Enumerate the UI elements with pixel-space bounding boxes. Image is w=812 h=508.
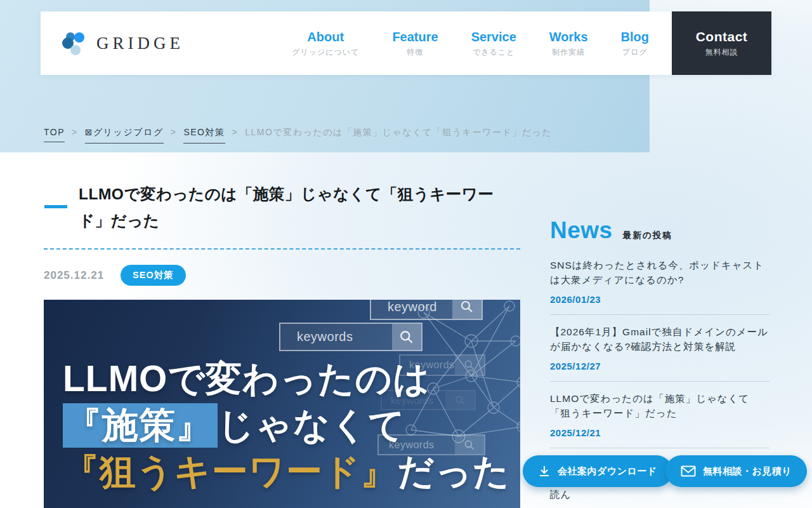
article-main: LLMOで変わったのは「施策」じゃなくて「狙うキーワード」だった 2025.12… (44, 181, 520, 508)
nav-contact-button[interactable]: Contact 無料相談 (672, 11, 771, 75)
nav-item-blog[interactable]: Blog ブログ (621, 29, 649, 58)
news-subheading: 最新の投稿 (623, 230, 672, 241)
breadcrumb-current-page: LLMOで変わったのは「施策」じゃなくて「狙うキーワード」だった (245, 127, 552, 143)
contact-label: Contact (696, 29, 748, 44)
divider (550, 448, 769, 448)
nav-label: Feature (392, 29, 438, 44)
nav-sub: 特徴 (407, 47, 424, 58)
free-consultation-button[interactable]: 無料相談・お見積り (665, 455, 807, 487)
breadcrumb-separator: > (171, 127, 177, 142)
nav-item-about[interactable]: About グリッジについて (292, 29, 359, 58)
hero-line-1: LLMOで変わったのは (63, 356, 510, 402)
breadcrumb-separator: > (72, 127, 78, 142)
breadcrumb-top[interactable]: TOP (44, 127, 65, 142)
breadcrumb-separator: > (232, 127, 239, 142)
title-accent-bar (44, 205, 67, 208)
divider (550, 381, 769, 382)
hero-line-2: 『施策』じゃなくて (63, 402, 510, 448)
hero-search-box: keyword (370, 300, 483, 320)
nav-sub: できること (473, 47, 514, 58)
hero-search-text: keyword (371, 300, 452, 319)
hero-line-2-rest: じゃなくて (218, 404, 406, 445)
nav-sub: ブログ (622, 47, 648, 58)
logo-dots-icon (61, 30, 88, 56)
nav-label: Works (549, 29, 588, 44)
news-list-item[interactable]: LLMOで変わったのは「施策」じゃなくて「狙うキーワード」だった 2025/12… (550, 391, 769, 438)
company-profile-download-button[interactable]: 会社案内ダウンロード (523, 455, 672, 487)
news-list-item[interactable]: 【2026年1月】Gmailで独自ドメインのメールが届かなくなる?確認方法と対策… (550, 324, 769, 371)
hero-headline: LLMOで変わったのは 『施策』じゃなくて 『狙うキーワード』だった (63, 356, 510, 495)
nav-label: About (307, 29, 344, 44)
search-icon (392, 324, 421, 350)
breadcrumb-seo[interactable]: SEO対策 (183, 127, 225, 144)
hero-search-box: keywords (279, 323, 422, 351)
nav-item-feature[interactable]: Feature 特徴 (392, 29, 438, 58)
nav-sub: 制作実績 (552, 47, 585, 58)
news-item-title: 【2026年1月】Gmailで独自ドメインのメールが届かなくなる?確認方法と対策… (550, 324, 769, 354)
dashed-divider (44, 248, 520, 250)
search-icon (452, 300, 481, 319)
article-hero-image: keyword keywords keywords keywords keywo… (44, 300, 520, 508)
hero-gold-word: 『狙うキーワード』 (63, 451, 397, 491)
site-header: GRIDGE About グリッジについて Feature 特徴 Service… (41, 11, 771, 75)
divider (550, 314, 769, 315)
hero-highlight-word: 『施策』 (63, 403, 218, 448)
download-icon (538, 465, 551, 478)
brand-name: GRIDGE (96, 34, 184, 53)
hero-line-3-rest: だった (397, 451, 510, 491)
news-item-date: 2025/12/21 (550, 427, 769, 438)
category-badge[interactable]: SEO対策 (121, 265, 186, 286)
news-list-item[interactable]: SNSは終わったとされる今、ポッドキャストは大衆メディアになるのか? 2026/… (550, 258, 769, 305)
news-item-date: 2025/12/27 (550, 361, 769, 371)
nav-sub: グリッジについて (292, 47, 359, 58)
nav-item-works[interactable]: Works 制作実績 (549, 29, 588, 58)
download-button-label: 会社案内ダウンロード (558, 465, 657, 478)
main-nav: About グリッジについて Feature 特徴 Service できること … (292, 11, 672, 75)
brand-logo[interactable]: GRIDGE (41, 11, 206, 75)
nav-item-service[interactable]: Service できること (471, 29, 516, 58)
hero-line-3: 『狙うキーワード』だった (63, 448, 510, 495)
nav-label: Blog (621, 29, 649, 44)
mail-icon (681, 465, 696, 477)
news-item-title: LLMOで変わったのは「施策」じゃなくて「狙うキーワード」だった (550, 391, 769, 420)
hero-search-text: keywords (280, 324, 392, 350)
contact-sub: 無料相談 (705, 47, 738, 58)
page-title: LLMOで変わったのは「施策」じゃなくて「狙うキーワード」だった (79, 181, 520, 234)
news-item-title: SNSは終わったとされる今、ポッドキャストは大衆メディアになるのか? (550, 258, 769, 287)
breadcrumb: TOP > ⊠グリッジブログ > SEO対策 > LLMOで変わったのは「施策」… (44, 127, 552, 144)
news-heading: News (550, 217, 613, 244)
article-date: 2025.12.21 (44, 269, 104, 282)
nav-label: Service (471, 29, 516, 44)
consultation-button-label: 無料相談・お見積り (703, 465, 792, 478)
news-item-date: 2026/01/23 (550, 294, 769, 305)
breadcrumb-blog[interactable]: ⊠グリッジブログ (85, 127, 164, 144)
